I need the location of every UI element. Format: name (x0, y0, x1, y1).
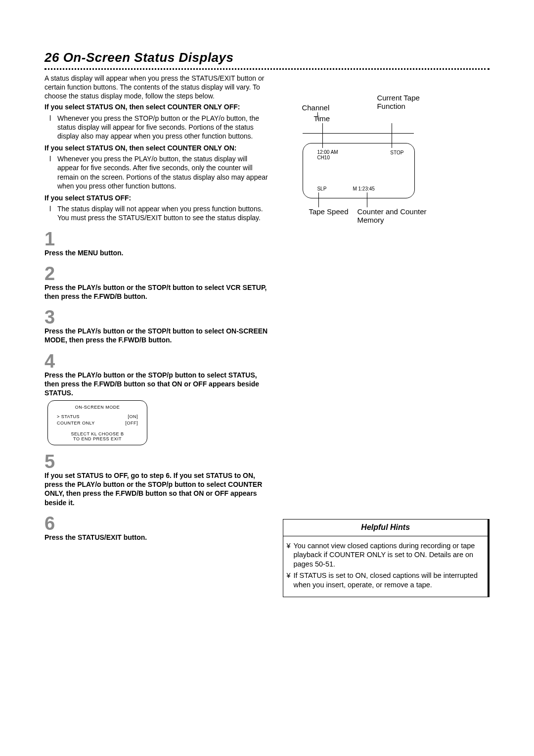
hint-text-2: If STATUS is set to ON, closed captions … (293, 571, 483, 590)
hint-mark: ¥ (286, 541, 293, 569)
page-title: 26 On-Screen Status Displays (44, 49, 490, 66)
menu-row-label: > STATUS (57, 414, 80, 420)
hint-mark: ¥ (286, 571, 293, 590)
step-6-text: Press the STATUS/EXIT button. (44, 533, 268, 542)
bullet-mark: l (49, 114, 57, 141)
left-column: A status display will appear when you pr… (44, 74, 268, 597)
right-column: Channel Time Current Tape Function Tape … (283, 74, 490, 597)
section3-text: The status display will not appear when … (57, 204, 268, 222)
step-3-text: Press the PLAY/s button or the STOP/t bu… (44, 327, 268, 344)
screen-time: 12:00 AM (317, 149, 338, 155)
dotted-rule (44, 68, 490, 70)
section1-heading: If you select STATUS ON, then select COU… (44, 102, 268, 111)
menu-row-label: COUNTER ONLY (57, 421, 95, 426)
menu-row-counter: COUNTER ONLY [OFF] (53, 420, 142, 427)
label-counter-memory: Counter and Counter Memory (357, 207, 446, 225)
label-tape-speed: Tape Speed (309, 207, 348, 216)
step-number-3: 3 (44, 308, 268, 327)
screen-stop: STOP (390, 149, 403, 156)
screen-counter: M 1:23:45 (353, 186, 374, 192)
step-1-text: Press the MENU button. (44, 248, 268, 257)
menu-row-status: > STATUS [ON] (53, 414, 142, 421)
content-columns: A status display will appear when you pr… (44, 74, 490, 597)
section2-bullet: l Whenever you press the PLAY/o button, … (49, 154, 268, 190)
hint-text-1: You cannot view closed captions during r… (293, 541, 483, 569)
step-5-text: If you set STATUS to OFF, go to step 6. … (44, 471, 268, 507)
hints-title: Helpful Hints (283, 519, 490, 536)
screen-channel: CH10 (317, 155, 330, 160)
step-2-text: Press the PLAY/s button or the STOP/t bu… (44, 283, 268, 301)
step-number-6: 6 (44, 514, 268, 533)
menu-row-value: [OFF] (126, 421, 138, 426)
label-current-function: Current Tape Function (377, 94, 446, 111)
hint-item-1: ¥ You cannot view closed captions during… (286, 541, 483, 569)
section3-bullet: l The status display will not appear whe… (49, 204, 268, 222)
step-4-text: Press the PLAY/o button or the STOP/p bu… (44, 371, 268, 398)
menu-row-value: [ON] (128, 414, 138, 420)
tv-screen-box: 12:00 AM CH10 STOP SLP M 1:23:45 (303, 143, 415, 198)
menu-footer-2: TO END PRESS EXIT (53, 437, 142, 442)
screen-time-channel: 12:00 AM CH10 (317, 149, 338, 160)
section1-bullet: l Whenever you press the STOP/p button o… (49, 114, 268, 141)
hint-item-2: ¥ If STATUS is set to ON, closed caption… (286, 571, 483, 590)
status-display-diagram: Channel Time Current Tape Function Tape … (288, 103, 446, 262)
step-number-1: 1 (44, 230, 268, 248)
bullet-mark: l (49, 204, 57, 222)
hints-body: ¥ You cannot view closed captions during… (283, 536, 490, 597)
intro-text: A status display will appear when you pr… (44, 74, 268, 101)
onscreen-menu-diagram: ON-SCREEN MODE > STATUS [ON] COUNTER ONL… (47, 400, 147, 445)
section2-heading: If you select STATUS ON, then select COU… (44, 143, 268, 152)
step-number-5: 5 (44, 452, 268, 471)
label-channel: Channel (302, 103, 329, 112)
section2-text: Whenever you press the PLAY/o button, th… (57, 154, 268, 190)
menu-title: ON-SCREEN MODE (53, 405, 142, 411)
label-time: Time (313, 114, 330, 123)
step-number-4: 4 (44, 352, 268, 371)
menu-footer: SELECT KL CHOOSE B TO END PRESS EXIT (53, 432, 142, 442)
step-number-2: 2 (44, 264, 268, 283)
section1-text: Whenever you press the STOP/p button or … (57, 114, 268, 141)
section3-heading: If you select STATUS OFF: (44, 193, 268, 202)
bullet-mark: l (49, 154, 57, 190)
screen-slp: SLP (317, 186, 326, 192)
helpful-hints-box: Helpful Hints ¥ You cannot view closed c… (283, 519, 490, 597)
